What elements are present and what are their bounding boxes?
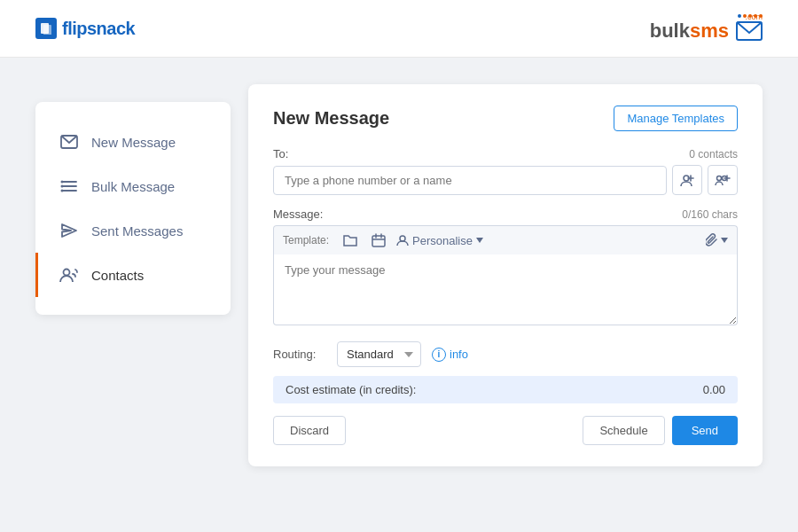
svg-point-7 [61,181,64,184]
list-sidebar-icon [59,176,79,196]
send-button[interactable]: Send [672,416,738,445]
discard-button[interactable]: Discard [273,416,346,445]
main-panel: New Message Manage Templates To: 0 conta… [248,84,763,466]
message-label: Message: [273,207,323,221]
action-row: Discard Schedule Send [273,416,738,445]
add-group-button[interactable] [708,165,738,195]
info-link[interactable]: i info [432,348,468,362]
svg-point-22 [400,236,405,241]
routing-select[interactable]: Standard Economy Premium [337,341,421,367]
personalise-label: Personalise [412,234,473,247]
flipsnack-logo-text: flipsnack [62,19,135,39]
routing-row: Routing: Standard Economy Premium i info [273,341,738,367]
page-title: New Message [273,108,389,129]
sidebar-item-sent-messages[interactable]: Sent Messages [35,208,231,253]
add-group-icon [715,174,731,186]
personalise-button[interactable]: Personalise [396,234,483,247]
paperclip-icon [706,233,718,247]
bulksms-com: .com [745,12,763,21]
svg-point-10 [64,270,70,276]
header: flipsnack .com bulksms [0,0,798,58]
flipsnack-logo: flipsnack [35,18,135,39]
flipsnack-icon [35,18,57,39]
panel-header: New Message Manage Templates [273,106,738,131]
folder-icon [343,234,357,246]
person-icon [396,234,409,246]
chevron-down-attach-icon [721,238,728,243]
svg-point-8 [61,185,64,188]
contacts-sidebar-icon [59,265,79,285]
info-icon: i [432,348,446,362]
attach-button[interactable] [706,233,728,247]
sidebar-item-contacts-label: Contacts [91,268,144,283]
bulksms-logo: .com bulksms [650,14,763,43]
svg-rect-1 [43,25,51,35]
add-contact-button[interactable] [672,165,702,195]
template-calendar-button[interactable] [368,231,389,249]
main-content: New Message Bulk Message [0,58,798,528]
manage-templates-button[interactable]: Manage Templates [614,106,738,131]
info-label: info [450,348,468,361]
routing-label: Routing: [273,348,326,361]
dots-decoration: .com [738,14,763,18]
message-label-row: Message: 0/160 chars [273,207,738,221]
template-folder-button[interactable] [340,232,361,248]
to-input[interactable] [273,166,667,195]
svg-point-14 [717,176,722,181]
bulksms-text: bulksms [650,20,729,43]
envelope-icon [736,21,763,41]
sidebar-item-sent-messages-label: Sent Messages [91,223,183,239]
template-label: Template: [283,234,329,246]
cost-value: 0.00 [703,383,725,396]
add-contact-icon [680,173,694,187]
right-buttons: Schedule Send [583,416,738,445]
to-label: To: [273,147,288,160]
sidebar-item-bulk-message-label: Bulk Message [91,179,175,194]
envelope-sidebar-icon [59,132,79,152]
cost-estimate-row: Cost estimate (in credits): 0.00 [273,376,738,403]
cost-label: Cost estimate (in credits): [286,383,416,396]
svg-point-9 [61,190,64,192]
to-input-wrap [273,165,738,195]
sidebar-item-contacts[interactable]: Contacts [35,253,231,297]
sidebar-item-new-message[interactable]: New Message [35,120,231,164]
message-field-row: Message: 0/160 chars Template: [273,207,738,329]
schedule-button[interactable]: Schedule [583,416,664,445]
message-count: 0/160 chars [682,208,738,221]
sidebar-item-bulk-message[interactable]: Bulk Message [35,164,231,208]
message-toolbar: Template: [273,225,738,254]
sidebar: New Message Bulk Message [35,102,231,315]
svg-rect-18 [372,236,385,246]
to-field-row: To: 0 contacts [273,147,738,195]
calendar-icon [372,233,386,247]
message-textarea[interactable] [273,254,738,325]
to-label-row: To: 0 contacts [273,147,738,160]
sidebar-item-new-message-label: New Message [91,135,176,150]
chevron-down-icon [476,238,483,243]
to-count: 0 contacts [689,148,738,160]
paper-plane-sidebar-icon [59,221,79,240]
